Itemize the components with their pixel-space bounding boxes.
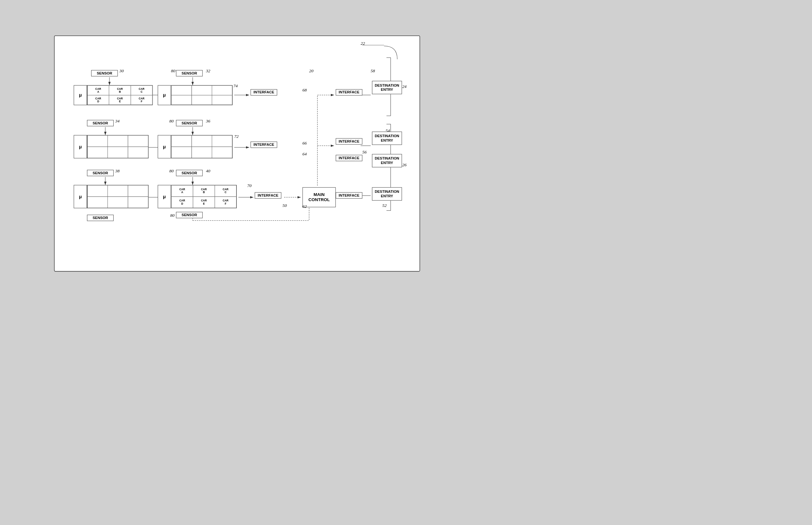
cell [212,86,232,95]
interface-row1-right: INTERFACE [251,89,277,95]
car-cell-e2: CARE [193,197,215,208]
ref-80-4: 80 [170,213,175,218]
car-cell-b2: CARB [193,185,215,197]
cell [172,86,192,95]
ref-64: 64 [302,152,307,157]
ref-74: 74 [234,84,238,89]
cell [128,136,148,147]
destination-entry-2b: DESTINATIONENTRY [372,154,402,167]
ref-34: 34 [115,119,120,124]
sensor-36-label: SENSOR [176,120,203,126]
mu-block-row3-right: μ [158,185,171,208]
sensor-34-label: SENSOR [87,120,114,126]
mu-block-row1-left: μ [74,85,87,105]
sensor-30-label: SENSOR [91,70,118,76]
interface-far-right-3: INTERFACE [336,192,362,198]
car-cell-b: CARB [109,86,131,95]
cell [192,147,212,158]
ref-20: 20 [309,69,313,74]
cell [172,95,192,105]
ref-80-1: 80 [171,69,176,74]
cell [212,136,232,147]
cell [107,147,128,158]
cell [87,185,107,197]
ref-24: 24 [402,84,407,89]
car-cell-f2: CARF [215,197,236,208]
interface-row2-right: INTERFACE [251,141,277,148]
interface-far-right-2b: INTERFACE [336,155,362,161]
sensor-80-bottom-label: SENSOR [176,212,203,219]
interface-far-right-1: INTERFACE [336,89,362,95]
cell [107,197,128,208]
car-cell-d: CARD [87,95,109,105]
ref-72: 72 [234,134,239,139]
interface-70: INTERFACE [255,192,281,198]
ref-52: 52 [382,203,387,208]
mu-block-row2-right: μ [158,135,171,158]
ref-66: 66 [302,141,307,146]
car-grid-row1-left: CARA CARB CARC CARD CARE CARF [87,85,152,105]
ref-40: 40 [206,169,210,174]
interface-far-right-2a: INTERFACE [336,138,362,145]
cell [128,147,148,158]
cell [212,95,232,105]
ref-38: 38 [115,169,120,174]
cell [172,147,192,158]
cell [87,147,107,158]
mu-block-row3-left: μ [74,185,87,208]
cell [192,86,212,95]
destination-entry-3: DESTINATIONENTRY [372,188,402,201]
ref-58: 58 [371,69,375,74]
cell [192,95,212,105]
car-cell-d2: CARD [172,197,193,208]
destination-entry-2: DESTINATIONENTRY [372,132,402,145]
ref-80-3: 80 [169,169,174,174]
ref-30: 30 [119,69,124,74]
grid-row1-right [171,85,233,105]
cell [87,136,107,147]
cell [107,185,128,197]
cell [128,185,148,197]
cell [107,136,128,147]
ref-80-2: 80 [169,119,174,124]
sensor-32-sensor-label: SENSOR [176,70,203,76]
car-cell-f: CARF [131,95,152,105]
ref-36: 36 [206,119,210,124]
cell [172,136,192,147]
ref-56: 56 [363,150,367,155]
ref-32: 32 [206,69,210,74]
mu-block-row2-left: μ [74,135,87,158]
cell [212,147,232,158]
diagram-page: 22 20 SENSOR 30 μ CARA CARB CARC CARD CA… [54,35,420,271]
cell [128,197,148,208]
ref-26: 26 [402,162,407,167]
car-cell-a: CARA [87,86,109,95]
cell [192,136,212,147]
sensor-38-label: SENSOR [87,170,114,176]
ref-70: 70 [247,183,252,188]
mu-block-row1-right: μ [158,85,171,105]
cell [87,197,107,208]
sensor-40-label: SENSOR [176,170,203,176]
car-grid-row3-right: CARA CARB CARC CARD CARE CARF [171,185,237,208]
car-cell-c: CARC [131,86,152,95]
ref-22: 22 [360,41,365,46]
grid-row2-left [87,135,148,158]
ref-50: 50 [282,203,287,208]
grid-row2-right [171,135,233,158]
sensor-bottom-label: SENSOR [87,215,114,221]
destination-entry-1: DESTINATIONENTRY [372,81,402,94]
ref-68: 68 [302,88,307,93]
car-cell-a2: CARA [172,185,193,197]
grid-row3-left [87,185,148,208]
car-cell-c2: CARC [215,185,236,197]
main-control: MAINCONTROL [302,188,336,207]
car-cell-e: CARE [109,95,131,105]
ref-62: 62 [302,204,307,209]
